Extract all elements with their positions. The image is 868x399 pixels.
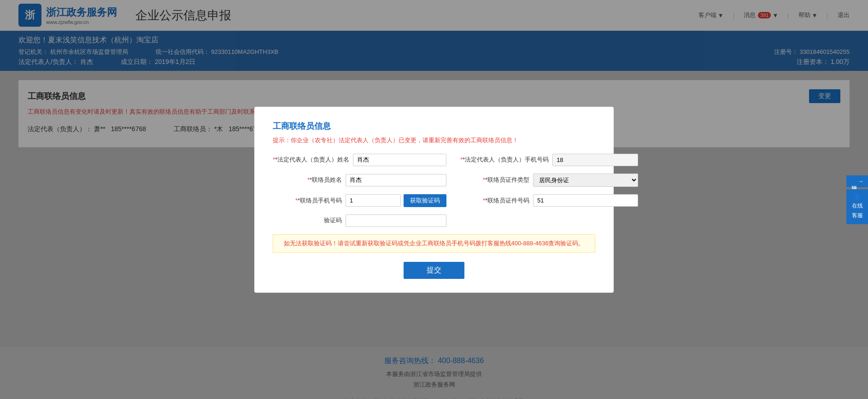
contact-name-label: **联络员姓名 <box>273 176 342 184</box>
submit-button[interactable]: 提交 <box>404 262 464 279</box>
legal-name-input[interactable] <box>353 154 446 166</box>
verif-code-row: 验证码 <box>273 214 446 227</box>
online-service-button[interactable]: 👤 在线 客服 <box>846 189 868 224</box>
contact-name-input[interactable] <box>346 174 446 186</box>
legal-phone-row: **法定代表人（负责人）手机号码 <box>460 154 638 166</box>
modal-footer: 提交 <box>273 262 595 279</box>
id-type-row: **联络员证件类型 居民身份证 护照 港澳居民来往内地通行证 台湾居民来往大陆通… <box>460 173 638 187</box>
modal-hint: 提示：你企业（农专社）法定代表人（负责人）已变更，请重新完善有效的工商联络员信息… <box>273 136 595 145</box>
contact-id-input[interactable] <box>533 194 638 207</box>
get-code-button[interactable]: 获取验证码 <box>404 194 446 207</box>
legal-phone-label: **法定代表人（负责人）手机号码 <box>460 156 549 164</box>
id-type-select[interactable]: 居民身份证 护照 港澳居民来往内地通行证 台湾居民来往大陆通行证 <box>533 173 638 187</box>
contact-phone-input[interactable] <box>346 194 401 207</box>
back-to-top-button[interactable]: ↑顶部 <box>846 175 868 187</box>
legal-phone-input[interactable] <box>552 154 638 166</box>
modal-overlay: 工商联络员信息 提示：你企业（农专社）法定代表人（负责人）已变更，请重新完善有效… <box>0 0 868 399</box>
verif-code-input[interactable] <box>346 214 446 227</box>
verif-code-label: 验证码 <box>273 216 342 225</box>
contact-phone-label: **联络员手机号码 <box>273 197 342 205</box>
warning-box: 如无法获取验证码！请尝试重新获取验证码或凭企业工商联络员手机号码拨打客服热线40… <box>273 234 595 253</box>
legal-name-row: **法定代表人（负责人）姓名 <box>273 154 446 166</box>
form-grid: **法定代表人（负责人）姓名 **法定代表人（负责人）手机号码 **联络员姓名 <box>273 154 595 227</box>
legal-name-label: **法定代表人（负责人）姓名 <box>273 156 349 164</box>
id-type-label: **联络员证件类型 <box>460 176 529 184</box>
contact-id-row: **联络员证件号码 <box>460 194 638 207</box>
float-buttons: ↑顶部 👤 在线 客服 <box>846 175 868 224</box>
contact-phone-row: **联络员手机号码 获取验证码 <box>273 194 446 207</box>
modal: 工商联络员信息 提示：你企业（农专社）法定代表人（负责人）已变更，请重新完善有效… <box>254 107 614 293</box>
modal-title: 工商联络员信息 <box>273 121 595 132</box>
contact-id-label: **联络员证件号码 <box>460 197 529 205</box>
contact-name-row: **联络员姓名 <box>273 173 446 187</box>
